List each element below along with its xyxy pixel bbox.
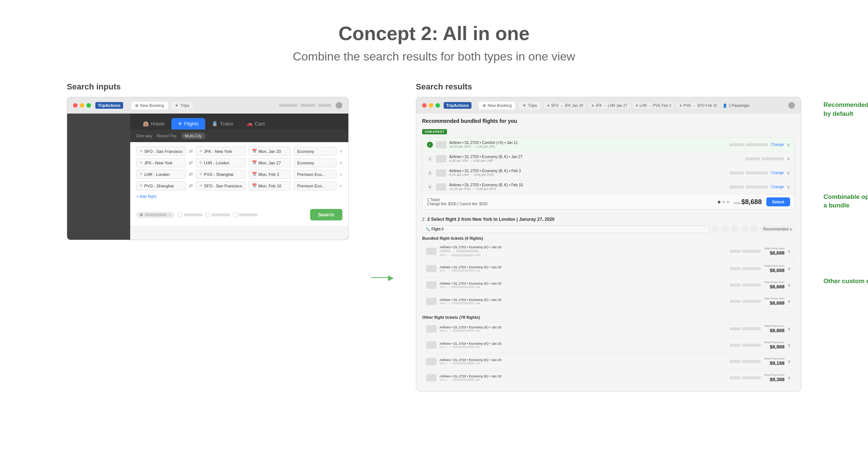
right-browser-dots (422, 103, 440, 108)
bundled-ticket-3[interactable]: Airlines • DL 2703 • Economy (K) • Jan 2… (422, 278, 795, 292)
nav-trips[interactable]: ✈ Trips (171, 102, 193, 109)
nav-new-booking[interactable]: ⊕ New Booking (131, 102, 168, 109)
other-flights-title: Other flight tickets (78 flights) (422, 315, 795, 320)
route-pill-1: ✈ SFO → JFK Jan 20 (544, 103, 586, 108)
chevron-ot-2: ∨ (788, 343, 791, 348)
plane-depart-icon-3: ✈ (139, 172, 143, 177)
class-input-1[interactable]: Economy (294, 147, 336, 156)
filter-pill-5[interactable] (750, 225, 758, 233)
checkbox-3[interactable] (233, 213, 237, 217)
swap-icon-2[interactable]: ⇄ (189, 160, 193, 166)
remove-btn-1[interactable]: × (339, 148, 342, 154)
recommended-title: Recommended bundled flights for you (422, 118, 795, 124)
right-mock-browser: TripActions ⊕ New Booking ✈ Trips ✈ SFO … (416, 97, 801, 392)
to-input-1[interactable]: ✈ JFK - New York (196, 147, 246, 156)
ticket-price-bt-3: Total Price from $8,688 (764, 281, 785, 289)
trips-label: Trips (180, 103, 189, 108)
dot-indicator-1 (718, 201, 720, 203)
remove-btn-4[interactable]: × (339, 183, 342, 189)
bundle-footer: 1 Ticket Change fee: $200 | Cancel fee: … (423, 194, 795, 209)
new-booking-label: New Booking (140, 103, 164, 108)
annotation-1: Recommended bundled flights shown by def… (823, 101, 868, 118)
filter-pill-4[interactable] (741, 225, 748, 233)
select-button[interactable]: Select (766, 197, 790, 206)
tab-trains[interactable]: 🚆 Trains (205, 118, 240, 130)
other-ticket-1[interactable]: Airlines • DL 2703 • Economy (K) • Jan 2… (422, 321, 795, 336)
remove-btn-3[interactable]: × (339, 171, 342, 177)
class-input-4[interactable]: Premium Eco... (294, 181, 336, 190)
tab-flights[interactable]: ✈ Flights (171, 118, 205, 130)
swap-icon-4[interactable]: ⇄ (189, 183, 193, 189)
round-trip-opt[interactable]: Round Trip (157, 134, 177, 138)
swap-icon-3[interactable]: ⇄ (189, 171, 193, 177)
tab-cars[interactable]: 🚗 Cars (240, 118, 272, 130)
swap-icon-1[interactable]: ⇄ (189, 148, 193, 154)
calendar-icon-2: 📅 (252, 160, 257, 165)
right-nav-trips[interactable]: ✈ Trips (519, 102, 540, 109)
airline-logo-3 (436, 169, 446, 177)
bundled-ticket-1[interactable]: Airlines • DL 2703 • Economy (K) • Jan 2… (422, 242, 795, 260)
from-input-4[interactable]: ✈ PVG - Shanghai (136, 181, 186, 190)
left-browser-bar: TripActions ⊕ New Booking ✈ Trips (67, 97, 348, 114)
change-btn-4[interactable]: Change (771, 185, 784, 189)
filter-pill-1[interactable] (712, 225, 719, 233)
left-mock-browser: TripActions ⊕ New Booking ✈ Trips (67, 97, 349, 240)
traveler-pill[interactable]: ▾ (136, 212, 174, 218)
flight-info-4: Airlines • DL 2703 • Economy (B, K) • Fe… (449, 183, 726, 191)
flight-row-4: ✈ PVG - Shanghai ⇄ ✈ SFO - San Francisco… (136, 181, 342, 190)
date-input-4[interactable]: 📅 Mon, Feb 10 (249, 181, 291, 190)
flight-info-main-3: Airlines • DL 2703 • Economy (B, K) • Fe… (449, 169, 726, 173)
search-button[interactable]: Search (310, 209, 342, 220)
select-flight-header: 2 2 Select flight 2 from New York to Lon… (422, 217, 795, 222)
chevron-bt-3: ∨ (788, 282, 791, 288)
calendar-icon-4: 📅 (252, 183, 257, 188)
traveler-label (145, 213, 167, 216)
date-input-2[interactable]: 📅 Mon, Jan 27 (249, 158, 291, 167)
filter-pill-2[interactable] (721, 225, 729, 233)
cheapest-badge: CHEAPEST (422, 129, 447, 134)
one-way-opt[interactable]: One way (136, 134, 152, 138)
flight-search-input[interactable]: 🔍 Flight # (422, 225, 710, 233)
ticket-bars-bt-4 (730, 300, 761, 303)
filter-pill-3[interactable] (731, 225, 739, 233)
sort-select[interactable]: Recommended ∨ (760, 226, 795, 233)
from-input-3[interactable]: ✈ LHR - London (136, 170, 186, 179)
multi-city-opt[interactable]: Multi-City (181, 132, 206, 139)
to-input-2[interactable]: ✈ LHR - London (196, 158, 246, 167)
flight-times-2: 6:25 am JFK → 4:45 pm LHR (449, 159, 742, 163)
right-nav-new-booking[interactable]: ⊕ New Booking (479, 102, 516, 109)
browser-pills-left (279, 104, 331, 107)
other-ticket-4[interactable]: Airlines • DL 2703 • Economy (K) • Jan 2… (422, 370, 795, 385)
change-btn-1[interactable]: Change (771, 142, 784, 147)
section-divider-2 (422, 312, 795, 312)
right-browser-nav: ⊕ New Booking ✈ Trips (479, 102, 541, 109)
hotels-icon: 🏨 (143, 121, 149, 127)
to-input-4[interactable]: ✈ SFO - San Francisco (196, 181, 246, 190)
class-input-2[interactable]: Economy (294, 158, 336, 167)
bundle-flight-row-4: 4 Airlines • DL 2703 • Economy (B, K) • … (423, 180, 795, 194)
checkbox-2[interactable] (206, 213, 210, 217)
other-ticket-3[interactable]: Airlines • DL 2703 • Economy (K) • Jan 2… (422, 354, 795, 369)
change-btn-3[interactable]: Change (771, 171, 784, 175)
from-input-1[interactable]: ✈ SFO - San Francisco (136, 147, 186, 156)
ticket-info-ot-1: Airlines • DL 2703 • Economy (K) • Jan 2… (440, 325, 727, 332)
other-ticket-2[interactable]: Airlines • DL 2703 • Economy (K) • Jan 2… (422, 338, 795, 353)
checkbox-1[interactable] (178, 213, 183, 217)
bundled-ticket-2[interactable]: Airlines • DL 2703 • Economy (K) • Jan 2… (422, 261, 795, 276)
chevron-ot-3: ∨ (788, 359, 791, 364)
bundled-ticket-4[interactable]: Airlines • DL 2703 • Economy (K) • Jan 2… (422, 294, 795, 309)
from-input-2[interactable]: ✈ JFK - New York (136, 158, 186, 167)
bar-4a (729, 186, 744, 189)
date-input-3[interactable]: 📅 Mon, Feb 3 (249, 170, 291, 179)
route-icon-1: ✈ (547, 104, 550, 108)
to-input-3[interactable]: ✈ PVG - Shanghai (196, 170, 246, 179)
remove-btn-2[interactable]: × (339, 160, 342, 166)
class-input-3[interactable]: Premium Eco... (294, 170, 336, 179)
route-pill-4: ✈ PVG → SFO Feb 10 (677, 103, 720, 108)
tab-hotels[interactable]: 🏨 Hotels (136, 118, 171, 130)
tab-hotels-label: Hotels (151, 121, 165, 127)
date-input-1[interactable]: 📅 Mon, Jan 20 (249, 147, 291, 156)
cars-icon: 🚗 (247, 121, 253, 127)
add-flight-link[interactable]: + Add flight (136, 193, 342, 202)
flight-num-badge: 2 (422, 217, 425, 222)
